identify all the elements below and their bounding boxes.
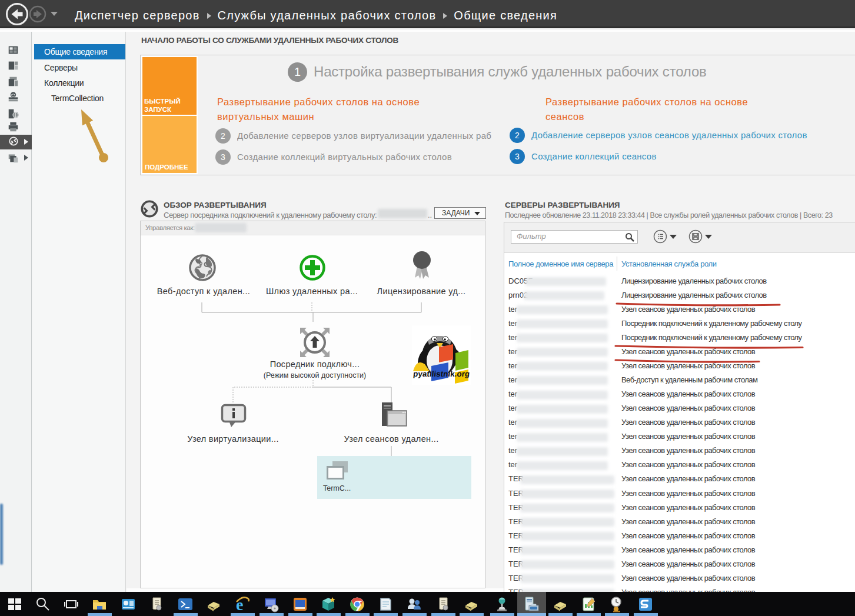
- svg-text:pyatilistnik.org: pyatilistnik.org: [413, 369, 470, 378]
